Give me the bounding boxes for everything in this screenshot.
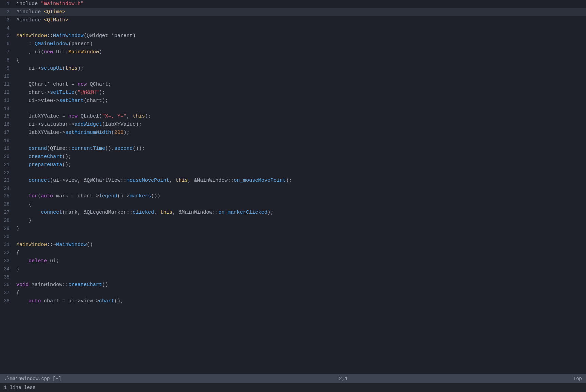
line-content: { bbox=[14, 249, 586, 257]
line-number: 23 bbox=[0, 177, 14, 185]
line-content bbox=[14, 185, 586, 192]
table-row: 12 chart->setTitle("折线图"); bbox=[0, 89, 586, 97]
table-row: 24 bbox=[0, 185, 586, 192]
line-number: 17 bbox=[0, 129, 14, 137]
line-content: prepareData(); bbox=[14, 161, 586, 169]
line-number: 15 bbox=[0, 112, 14, 121]
table-row: 3 #include <QtMath> bbox=[0, 16, 586, 24]
line-content: } bbox=[14, 225, 586, 233]
line-number: 7 bbox=[0, 48, 14, 56]
line-number: 30 bbox=[0, 233, 14, 240]
line-content: { bbox=[14, 200, 586, 209]
line-number: 29 bbox=[0, 225, 14, 233]
line-content: MainWindow::MainWindow(QWidget *parent) bbox=[14, 32, 586, 40]
table-row: 17 labXYValue->setMinimumWidth(200); bbox=[0, 129, 586, 137]
line-content bbox=[14, 24, 586, 32]
line-content bbox=[14, 105, 586, 112]
table-row: 4 bbox=[0, 24, 586, 32]
cursor-position: 2,1 Top bbox=[339, 376, 582, 381]
line-number: 12 bbox=[0, 89, 14, 97]
line-content bbox=[14, 73, 586, 80]
line-number: 19 bbox=[0, 145, 14, 153]
line-number: 3 bbox=[0, 16, 14, 24]
table-row: 9 ui->setupUi(this); bbox=[0, 65, 586, 73]
line-content bbox=[14, 137, 586, 144]
line-content: ui->view->setChart(chart); bbox=[14, 97, 586, 105]
editor-container: 1 include "mainwindow.h" 2 #include <QTi… bbox=[0, 0, 586, 392]
table-row: 31 MainWindow::~MainWindow() bbox=[0, 241, 586, 249]
table-row: 22 bbox=[0, 169, 586, 177]
table-row: 36 void MainWindow::createChart() bbox=[0, 281, 586, 289]
table-row: 6 : QMainWindow(parent) bbox=[0, 40, 586, 48]
line-content: { bbox=[14, 289, 586, 297]
code-area[interactable]: 1 include "mainwindow.h" 2 #include <QTi… bbox=[0, 0, 586, 374]
line-number: 10 bbox=[0, 73, 14, 80]
table-row: 37 { bbox=[0, 289, 586, 297]
status-bar: .\mainwindow.cpp [+] 2,1 Top bbox=[0, 374, 586, 383]
line-number: 13 bbox=[0, 97, 14, 105]
line-content: connect(ui->view, &QWChartView::mouseMov… bbox=[14, 177, 586, 185]
line-content: qsrand(QTime::currentTime().second()); bbox=[14, 145, 586, 153]
line-content: QChart* chart = new QChart; bbox=[14, 81, 586, 89]
line-number: 31 bbox=[0, 241, 14, 249]
line-number: 1 bbox=[0, 0, 14, 8]
line-number: 2 bbox=[0, 8, 14, 16]
filename-label: .\mainwindow.cpp [+] bbox=[4, 376, 61, 381]
table-row: 27 connect(mark, &QLegendMarker::clicked… bbox=[0, 209, 586, 217]
line-number: 37 bbox=[0, 289, 14, 297]
code-table: 1 include "mainwindow.h" 2 #include <QTi… bbox=[0, 0, 586, 305]
line-content: ui->setupUi(this); bbox=[14, 65, 586, 73]
table-row: 30 bbox=[0, 233, 586, 240]
line-content: #include <QTime> bbox=[14, 8, 586, 16]
scroll-pos-value: Top bbox=[573, 376, 582, 381]
table-row: 35 bbox=[0, 273, 586, 281]
line-content: ui->statusbar->addWidget(labXYValue); bbox=[14, 121, 586, 129]
table-row: 13 ui->view->setChart(chart); bbox=[0, 97, 586, 105]
table-row: 19 qsrand(QTime::currentTime().second())… bbox=[0, 145, 586, 153]
table-row: 10 bbox=[0, 73, 586, 80]
bottom-status-bar: 1 line less bbox=[0, 383, 586, 392]
line-number: 11 bbox=[0, 81, 14, 89]
table-row: 5 MainWindow::MainWindow(QWidget *parent… bbox=[0, 32, 586, 40]
table-row: 2 #include <QTime> bbox=[0, 8, 586, 16]
line-content: , ui(new Ui::MainWindow) bbox=[14, 48, 586, 56]
table-row: 28 } bbox=[0, 217, 586, 225]
table-row: 16 ui->statusbar->addWidget(labXYValue); bbox=[0, 121, 586, 129]
bottom-status-text: 1 line less bbox=[4, 385, 35, 390]
line-number: 14 bbox=[0, 105, 14, 112]
table-row: 33 delete ui; bbox=[0, 257, 586, 265]
line-content: createChart(); bbox=[14, 153, 586, 161]
line-number: 4 bbox=[0, 24, 14, 32]
table-row: 23 connect(ui->view, &QWChartView::mouse… bbox=[0, 177, 586, 185]
line-number: 27 bbox=[0, 209, 14, 217]
line-number: 33 bbox=[0, 257, 14, 265]
line-content bbox=[14, 233, 586, 240]
line-content: for(auto mark : chart->legend()->markers… bbox=[14, 192, 586, 200]
line-number: 26 bbox=[0, 200, 14, 209]
line-content: connect(mark, &QLegendMarker::clicked, t… bbox=[14, 209, 586, 217]
line-number: 21 bbox=[0, 161, 14, 169]
line-number: 38 bbox=[0, 297, 14, 305]
table-row: 7 , ui(new Ui::MainWindow) bbox=[0, 48, 586, 56]
line-number: 25 bbox=[0, 192, 14, 200]
line-content: chart->setTitle("折线图"); bbox=[14, 89, 586, 97]
line-number: 34 bbox=[0, 265, 14, 273]
table-row: 38 auto chart = ui->view->chart(); bbox=[0, 297, 586, 305]
line-content: labXYValue = new QLabel("X=, Y=", this); bbox=[14, 112, 586, 121]
table-row: 18 bbox=[0, 137, 586, 144]
line-number: 22 bbox=[0, 169, 14, 177]
line-number: 18 bbox=[0, 137, 14, 144]
table-row: 25 for(auto mark : chart->legend()->mark… bbox=[0, 192, 586, 200]
line-content: } bbox=[14, 217, 586, 225]
table-row: 29 } bbox=[0, 225, 586, 233]
line-content: : QMainWindow(parent) bbox=[14, 40, 586, 48]
line-content: MainWindow::~MainWindow() bbox=[14, 241, 586, 249]
cursor-pos-value: 2,1 bbox=[339, 376, 348, 381]
table-row: 32 { bbox=[0, 249, 586, 257]
line-number: 16 bbox=[0, 121, 14, 129]
line-number: 6 bbox=[0, 40, 14, 48]
line-content: auto chart = ui->view->chart(); bbox=[14, 297, 586, 305]
line-content: delete ui; bbox=[14, 257, 586, 265]
table-row: 14 bbox=[0, 105, 586, 112]
line-number: 5 bbox=[0, 32, 14, 40]
